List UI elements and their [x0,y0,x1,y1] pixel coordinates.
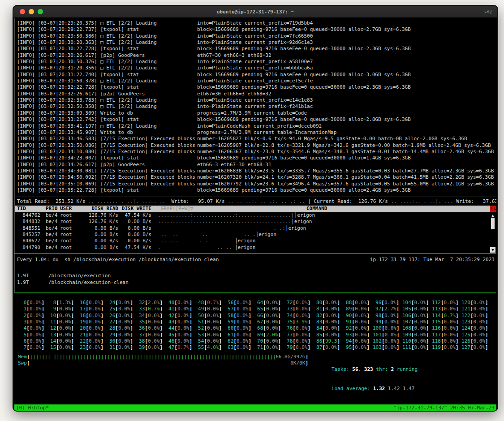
terminal-content: [INFO] [03-07|20:29:20.375] □ ETL [2/2] … [14,18,496,410]
cpu-percent: 0.0% [474,313,485,319]
column-header-tid[interactable]: TID [17,206,40,212]
iotop-row[interactable]: 844790 be/4 root 0.00 B/s 47.54 K/s . ..… [15,245,496,251]
column-header-graph[interactable]: GRAPH[R+W]▽ [151,206,235,212]
cpu-percent: 0.0% [355,338,366,344]
column-header-disk-write[interactable]: DISK WRITE [118,206,151,212]
cpu-number: 57 [228,306,233,312]
cpu-number: 42 [168,313,174,318]
log-timestamp: [INFO] [03-07|20:34:26.617] [17,162,100,168]
cpu-meter: 71[0.0%] [254,344,284,351]
cpu-number: 54 [198,338,204,344]
io-graph-cell: .. .. .. .. . [151,232,256,238]
cpu-percent: 0.0% [237,306,248,312]
cpu-meter: 25[0.0%] [107,306,136,312]
cpu-meter: 111[0.0%] [402,344,432,351]
iotop-row[interactable]: 845257 be/4 root 0.00 B/s 0.00 B/s .. ..… [15,232,496,238]
zoom-button[interactable] [38,9,43,14]
tmux-window-list[interactable]: [0] 0:htop* [16,405,49,411]
scrollbar-thumb[interactable] [491,218,495,229]
cpu-percent: 0.0% [148,313,159,319]
cpu-number: 90 [346,313,352,318]
iotop-scrollbar[interactable]: ▲ ▼ [490,212,495,253]
cpu-number: 16 [80,300,86,305]
cpu-meter: 6[0.0%] [18,338,47,344]
cpu-percent: 0.7% [207,300,219,306]
cpu-percent: 0.0% [59,325,71,331]
log-values: block=15669689 pending=9716 baseFee=0 qu… [197,72,496,78]
cpu-percent: 0.0% [266,300,278,306]
cpu-number: 25 [109,306,115,312]
cpu-meter: 117[0.0%] [432,332,461,338]
cpu-number: 121 [461,306,470,312]
cpu-meter: 27[0.0%] [107,319,136,325]
io-graph-cell: ...........:..............:.............… [151,219,291,225]
cpu-meter: 36[0.0%] [136,325,166,331]
cpu-percent: 0.0% [237,319,248,325]
log-values: progress=2.7M/3.9M current table=Incarna… [197,129,496,136]
column-header-command[interactable]: COMMAND [235,206,327,212]
log-line: [INFO] [03-07|20:33:22.742] [txpool] sta… [17,116,496,123]
iotop-row[interactable]: 848551 be/4 root 0.00 B/s 0.00 B/s . .: … [15,225,496,232]
column-header-user[interactable]: USER [60,206,80,212]
cpu-number: 17 [80,306,86,312]
cpu-percent: 0.0% [207,338,219,344]
cpu-percent: 0.0% [207,319,219,325]
iotop-row[interactable]: 848627 be/4 root 0.00 B/s 0.00 B/s .. ..… [15,238,496,244]
cpu-percent: 0.0% [89,313,100,319]
cpu-number: 118 [432,338,441,344]
load-1min: 1.32 [373,386,388,391]
cpu-percent: 0.0% [325,344,337,351]
scroll-down-icon[interactable]: ▼ [490,247,495,253]
cpu-meter: 126[0.0%] [461,338,491,344]
cpu-number: 27 [109,319,115,325]
cpu-number: 14 [50,338,56,344]
cpu-meter: 37[0.0%] [136,332,166,338]
cpu-meter: 104[0.0%] [402,300,432,306]
cpu-number: 116 [432,325,441,331]
watch-command: Every 1.0s: du -sh /blockchain/execution… [17,257,219,263]
minimize-button[interactable] [29,9,34,14]
cpu-meter: 10[0.0%] [47,313,77,319]
sort-indicator-icon[interactable]: ↑↓ [490,206,496,212]
log-values: into=PlainState current_prefix=f241b1ac [197,103,496,110]
column-header-disk-read[interactable]: DISK READ [80,206,118,212]
cpu-meter: 93[0.0%] [343,332,373,338]
cpu-meter: 61[0.0%] [225,332,254,338]
cpu-percent: 2.7% [384,306,396,312]
cpu-meter: 45[0.0%] [166,332,195,338]
erigon-log-pane[interactable]: [INFO] [03-07|20:29:20.375] □ ETL [2/2] … [14,18,496,197]
log-timestamp: [INFO] [03-07|20:31:50.378] [17,78,100,84]
cpu-meter: 115[0.0%] [432,319,461,325]
iotop-row[interactable]: 844762 be/4 root 126.76 K/s 47.54 K/s ..… [15,212,496,219]
cpu-percent: 2.0% [266,332,278,338]
close-button[interactable] [20,9,25,14]
cpu-meter: 15[0.0%] [47,344,77,351]
du-size: 1.9T [17,273,48,279]
current-read-value: 126.76 K/s [352,198,391,206]
cpu-percent: 0.0% [237,344,248,351]
cpu-percent: 0.0% [118,325,130,331]
cpu-percent: 0.0% [118,319,130,325]
disk-read-cell: 126.76 K/s [80,219,118,225]
log-line: [INFO] [03-07|20:32:50.358] □ ETL [2/2] … [17,103,496,110]
log-message: [7/15 Execution] Executed blocks [100,174,197,180]
log-line: [INFO] [03-07|20:32:26.617] [p2p] GoodPe… [17,91,496,97]
cpu-percent: 0.0% [30,313,41,319]
window-titlebar[interactable]: ubuntu@ip-172-31-79-137: ~ ⌥⌘2 [13,6,497,18]
cpu-percent: 0.0% [118,332,130,338]
cpu-number: 38 [139,338,145,344]
cpu-number: 70 [257,338,263,344]
cpu-meter: 116[0.0%] [432,325,461,331]
column-header-prio[interactable]: PRIO [40,206,60,212]
cpu-meter: 13[0.0%] [47,332,77,338]
cpu-number: 66 [257,313,263,318]
cpu-meter: 12[0.0%] [47,325,77,331]
iotop-summary-line: Total Read: 253.52 K/s .. ....... . ..|.… [15,197,496,206]
cpu-meter: 58[0.0%] [225,313,254,319]
cpu-meter: 41[0.0%] [166,306,195,312]
iotop-row[interactable]: 844832 be/4 root 126.76 K/s 0.00 B/s ...… [15,219,496,225]
cpu-number: 31 [109,344,115,350]
log-line: [INFO] [03-07|20:33:46.583] [7/15 Execut… [17,136,496,142]
cpu-number: 127 [461,344,470,350]
cpu-meter: 47[0.7%] [166,344,195,351]
